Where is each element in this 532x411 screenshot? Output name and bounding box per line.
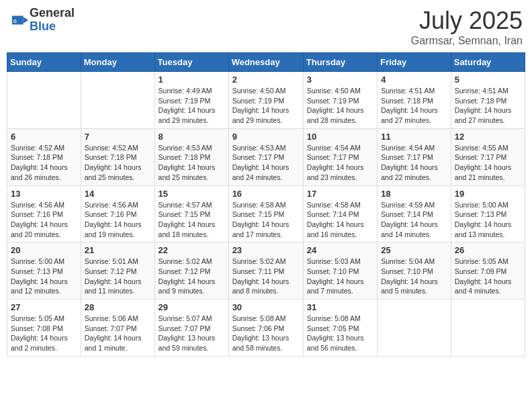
day-number: 28 [85, 302, 151, 312]
day-sun-info: Sunrise: 4:56 AM Sunset: 7:16 PM Dayligh… [11, 200, 77, 240]
calendar-week-row: 1Sunrise: 4:49 AM Sunset: 7:19 PM Daylig… [7, 72, 525, 129]
calendar-day-cell: 28Sunrise: 5:06 AM Sunset: 7:07 PM Dayli… [81, 300, 154, 357]
day-sun-info: Sunrise: 5:04 AM Sunset: 7:10 PM Dayligh… [381, 257, 447, 296]
svg-text:G: G [13, 19, 17, 24]
day-number: 23 [232, 245, 300, 255]
day-of-week-header: Thursday [303, 53, 377, 72]
calendar-day-cell: 7Sunrise: 4:52 AM Sunset: 7:18 PM Daylig… [81, 128, 154, 185]
calendar-week-row: 6Sunrise: 4:52 AM Sunset: 7:18 PM Daylig… [7, 128, 525, 185]
day-sun-info: Sunrise: 4:54 AM Sunset: 7:17 PM Dayligh… [307, 143, 373, 183]
day-number: 18 [381, 189, 447, 199]
day-sun-info: Sunrise: 5:08 AM Sunset: 7:06 PM Dayligh… [232, 314, 300, 353]
day-number: 9 [232, 132, 300, 142]
calendar-day-cell: 21Sunrise: 5:01 AM Sunset: 7:12 PM Dayli… [81, 242, 154, 300]
day-number: 6 [11, 132, 77, 142]
day-sun-info: Sunrise: 4:50 AM Sunset: 7:19 PM Dayligh… [232, 86, 300, 126]
calendar-day-cell: 11Sunrise: 4:54 AM Sunset: 7:17 PM Dayli… [378, 128, 451, 185]
day-number: 31 [307, 302, 373, 312]
day-number: 25 [381, 245, 447, 255]
calendar-day-cell: 22Sunrise: 5:02 AM Sunset: 7:12 PM Dayli… [154, 242, 228, 300]
calendar-day-cell: 19Sunrise: 5:00 AM Sunset: 7:13 PM Dayli… [451, 185, 525, 242]
day-sun-info: Sunrise: 5:02 AM Sunset: 7:12 PM Dayligh… [159, 257, 225, 296]
calendar-week-row: 13Sunrise: 4:56 AM Sunset: 7:16 PM Dayli… [7, 185, 525, 242]
day-sun-info: Sunrise: 4:53 AM Sunset: 7:17 PM Dayligh… [232, 143, 300, 183]
calendar-day-cell: 20Sunrise: 5:00 AM Sunset: 7:13 PM Dayli… [7, 242, 81, 300]
calendar-day-cell: 8Sunrise: 4:53 AM Sunset: 7:18 PM Daylig… [154, 128, 228, 185]
month-year-title: July 2025 [411, 7, 523, 35]
calendar-day-cell: 4Sunrise: 4:51 AM Sunset: 7:18 PM Daylig… [378, 72, 451, 129]
day-sun-info: Sunrise: 5:02 AM Sunset: 7:11 PM Dayligh… [232, 257, 300, 296]
day-sun-info: Sunrise: 5:01 AM Sunset: 7:12 PM Dayligh… [85, 257, 151, 296]
day-number: 1 [159, 75, 225, 85]
day-sun-info: Sunrise: 5:05 AM Sunset: 7:08 PM Dayligh… [11, 314, 77, 353]
day-number: 22 [159, 245, 225, 255]
calendar-day-cell [378, 300, 451, 357]
calendar-day-cell: 18Sunrise: 4:59 AM Sunset: 7:14 PM Dayli… [378, 185, 451, 242]
calendar-day-cell: 25Sunrise: 5:04 AM Sunset: 7:10 PM Dayli… [378, 242, 451, 300]
calendar-day-cell: 17Sunrise: 4:58 AM Sunset: 7:14 PM Dayli… [303, 185, 377, 242]
calendar-day-cell: 23Sunrise: 5:02 AM Sunset: 7:11 PM Dayli… [228, 242, 303, 300]
calendar-header-row: SundayMondayTuesdayWednesdayThursdayFrid… [7, 53, 525, 72]
day-number: 10 [307, 132, 373, 142]
title-block: July 2025 Garmsar, Semnan, Iran [411, 7, 523, 47]
calendar-day-cell [81, 72, 154, 129]
day-sun-info: Sunrise: 5:05 AM Sunset: 7:09 PM Dayligh… [455, 257, 521, 296]
day-sun-info: Sunrise: 5:08 AM Sunset: 7:05 PM Dayligh… [307, 314, 373, 353]
day-sun-info: Sunrise: 5:07 AM Sunset: 7:07 PM Dayligh… [159, 314, 225, 353]
day-number: 8 [159, 132, 225, 142]
day-sun-info: Sunrise: 5:00 AM Sunset: 7:13 PM Dayligh… [11, 257, 77, 296]
day-sun-info: Sunrise: 4:51 AM Sunset: 7:18 PM Dayligh… [455, 86, 521, 126]
calendar-day-cell: 30Sunrise: 5:08 AM Sunset: 7:06 PM Dayli… [228, 300, 303, 357]
calendar-day-cell: 15Sunrise: 4:57 AM Sunset: 7:15 PM Dayli… [154, 185, 228, 242]
day-sun-info: Sunrise: 4:57 AM Sunset: 7:15 PM Dayligh… [159, 200, 225, 240]
calendar-day-cell: 26Sunrise: 5:05 AM Sunset: 7:09 PM Dayli… [451, 242, 525, 300]
calendar-day-cell: 29Sunrise: 5:07 AM Sunset: 7:07 PM Dayli… [154, 300, 228, 357]
day-number: 21 [85, 245, 151, 255]
day-sun-info: Sunrise: 4:52 AM Sunset: 7:18 PM Dayligh… [85, 143, 151, 183]
day-sun-info: Sunrise: 5:06 AM Sunset: 7:07 PM Dayligh… [85, 314, 151, 353]
day-sun-info: Sunrise: 4:52 AM Sunset: 7:18 PM Dayligh… [11, 143, 77, 183]
day-sun-info: Sunrise: 4:56 AM Sunset: 7:16 PM Dayligh… [85, 200, 151, 240]
day-number: 4 [381, 75, 447, 85]
day-number: 3 [307, 75, 373, 85]
calendar-day-cell: 5Sunrise: 4:51 AM Sunset: 7:18 PM Daylig… [451, 72, 525, 129]
day-sun-info: Sunrise: 4:50 AM Sunset: 7:19 PM Dayligh… [307, 86, 373, 126]
day-of-week-header: Saturday [451, 53, 525, 72]
day-sun-info: Sunrise: 5:00 AM Sunset: 7:13 PM Dayligh… [455, 200, 521, 240]
logo-general-text: General [30, 7, 75, 20]
calendar-day-cell: 2Sunrise: 4:50 AM Sunset: 7:19 PM Daylig… [228, 72, 303, 129]
calendar-day-cell: 31Sunrise: 5:08 AM Sunset: 7:05 PM Dayli… [303, 300, 377, 357]
page-header: G General Blue July 2025 Garmsar, Semnan… [7, 7, 525, 47]
day-number: 13 [11, 189, 77, 199]
day-number: 2 [232, 75, 300, 85]
calendar-day-cell: 27Sunrise: 5:05 AM Sunset: 7:08 PM Dayli… [7, 300, 81, 357]
day-of-week-header: Wednesday [228, 53, 303, 72]
location-subtitle: Garmsar, Semnan, Iran [411, 35, 523, 47]
day-sun-info: Sunrise: 4:53 AM Sunset: 7:18 PM Dayligh… [159, 143, 225, 183]
calendar-day-cell: 6Sunrise: 4:52 AM Sunset: 7:18 PM Daylig… [7, 128, 81, 185]
calendar-week-row: 20Sunrise: 5:00 AM Sunset: 7:13 PM Dayli… [7, 242, 525, 300]
day-sun-info: Sunrise: 4:58 AM Sunset: 7:14 PM Dayligh… [307, 200, 373, 240]
day-number: 27 [11, 302, 77, 312]
calendar-day-cell: 24Sunrise: 5:03 AM Sunset: 7:10 PM Dayli… [303, 242, 377, 300]
day-number: 5 [455, 75, 521, 85]
calendar-day-cell: 14Sunrise: 4:56 AM Sunset: 7:16 PM Dayli… [81, 185, 154, 242]
day-number: 26 [455, 245, 521, 255]
logo: G General Blue [9, 7, 75, 34]
logo-text: General Blue [30, 7, 75, 34]
calendar-day-cell: 3Sunrise: 4:50 AM Sunset: 7:19 PM Daylig… [303, 72, 377, 129]
day-of-week-header: Friday [378, 53, 451, 72]
day-number: 11 [381, 132, 447, 142]
day-sun-info: Sunrise: 4:51 AM Sunset: 7:18 PM Dayligh… [381, 86, 447, 126]
calendar-day-cell: 13Sunrise: 4:56 AM Sunset: 7:16 PM Dayli… [7, 185, 81, 242]
day-number: 30 [232, 302, 300, 312]
day-number: 17 [307, 189, 373, 199]
day-sun-info: Sunrise: 4:49 AM Sunset: 7:19 PM Dayligh… [159, 86, 225, 126]
day-number: 29 [159, 302, 225, 312]
day-number: 20 [11, 245, 77, 255]
day-of-week-header: Sunday [7, 53, 81, 72]
day-of-week-header: Monday [81, 53, 154, 72]
day-number: 15 [159, 189, 225, 199]
svg-marker-1 [24, 17, 28, 23]
day-number: 14 [85, 189, 151, 199]
